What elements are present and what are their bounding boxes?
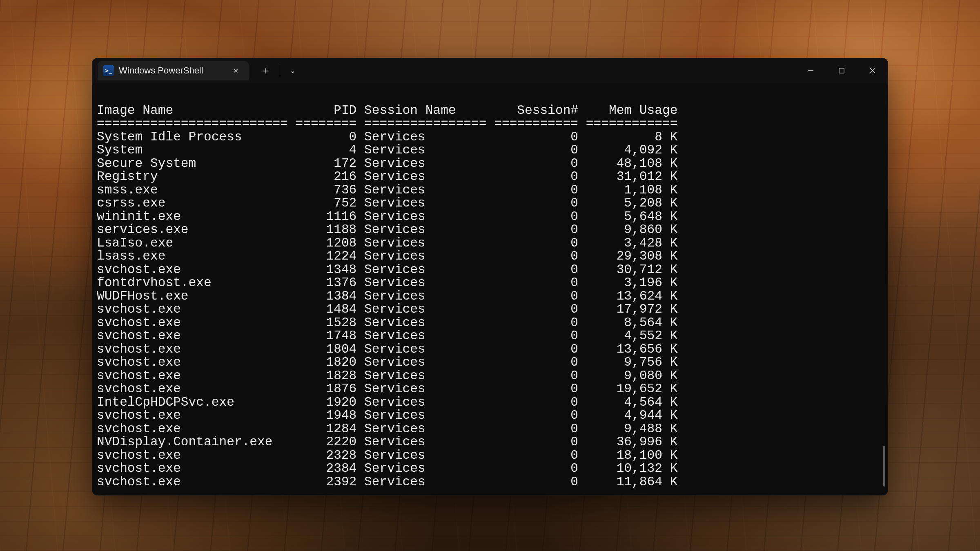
powershell-icon: >_ xyxy=(103,65,114,76)
tab-title: Windows PowerShell xyxy=(119,65,203,76)
tab-powershell[interactable]: >_ Windows PowerShell ✕ xyxy=(98,61,249,80)
chevron-down-icon: ⌄ xyxy=(290,67,295,75)
terminal-window: >_ Windows PowerShell ✕ + ⌄ Ima xyxy=(92,58,888,495)
close-window-button[interactable] xyxy=(857,58,888,83)
new-tab-button[interactable]: + xyxy=(256,61,276,80)
close-tab-button[interactable]: ✕ xyxy=(230,65,241,76)
svg-rect-1 xyxy=(839,68,844,73)
maximize-button[interactable] xyxy=(826,58,857,83)
minimize-icon xyxy=(807,67,814,74)
plus-icon: + xyxy=(263,64,269,77)
scrollbar-thumb[interactable] xyxy=(883,446,885,487)
minimize-button[interactable] xyxy=(795,58,826,83)
powershell-glyph: >_ xyxy=(105,67,112,74)
window-controls xyxy=(795,58,888,83)
close-icon: ✕ xyxy=(233,67,238,75)
terminal-body[interactable]: Image Name PID Session Name Session# Mem… xyxy=(92,83,888,495)
scrollbar-track[interactable] xyxy=(883,90,885,489)
window-titlebar[interactable]: >_ Windows PowerShell ✕ + ⌄ xyxy=(92,58,888,83)
titlebar-separator xyxy=(280,64,280,77)
tab-dropdown-button[interactable]: ⌄ xyxy=(283,61,302,80)
close-icon xyxy=(869,67,876,74)
maximize-icon xyxy=(838,67,845,74)
tasklist-output: Image Name PID Session Name Session# Mem… xyxy=(97,91,888,489)
